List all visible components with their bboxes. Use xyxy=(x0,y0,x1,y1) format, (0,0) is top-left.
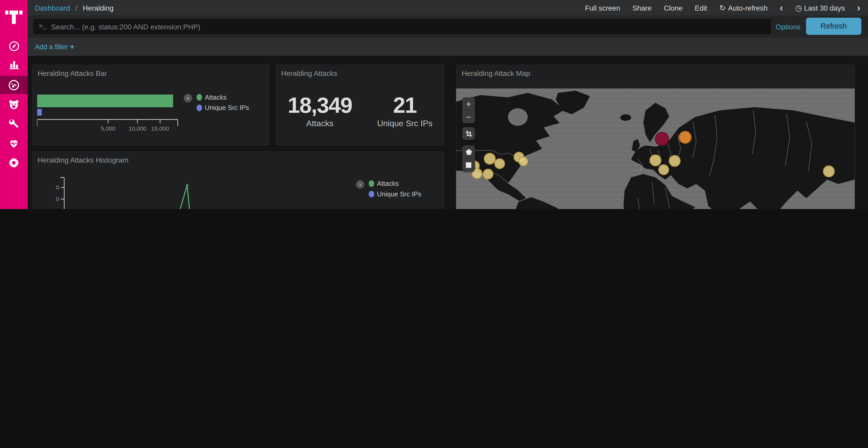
legend-item[interactable]: Unique Src IPs xyxy=(369,190,421,198)
attack-location-circle[interactable] xyxy=(659,165,669,174)
top-nav-bar: Dashboard / Heralding Full screen Share … xyxy=(28,0,868,15)
attacks-bar-legend: › AttacksUnique Src IPs xyxy=(184,94,249,114)
breadcrumb-dashboard-link[interactable]: Dashboard xyxy=(35,4,70,12)
attack-location-circle[interactable] xyxy=(650,155,661,166)
legend-label: Attacks xyxy=(205,94,226,101)
kibana-dashboard: ▶ Dashboard / Heralding Full screen Shar… xyxy=(0,0,868,209)
legend-color-dot xyxy=(196,94,202,101)
svg-text:5,000: 5,000 xyxy=(101,126,115,132)
bear-icon xyxy=(8,98,20,110)
attack-location-circle[interactable] xyxy=(669,156,680,167)
fit-data-bounds-button[interactable] xyxy=(462,127,475,140)
metric-label: Unique Src IPs xyxy=(377,118,432,128)
legend-toggle-icon[interactable]: › xyxy=(356,180,364,188)
breadcrumb-current: Heralding xyxy=(83,4,114,12)
query-bar: >_ Search... (e.g. status:200 AND extens… xyxy=(28,15,868,38)
app-sidebar: ▶ xyxy=(0,0,28,209)
t-mobile-logo xyxy=(0,4,28,28)
refresh-button[interactable]: Refresh xyxy=(806,18,861,35)
search-placeholder: Search... (e.g. status:200 AND extension… xyxy=(51,23,200,31)
panel-attacks-bar: Heralding Attacks Bar 5,00010,00015,000 … xyxy=(31,64,271,146)
legend-item[interactable]: Attacks xyxy=(196,94,249,101)
share-button[interactable]: Share xyxy=(632,4,652,12)
terminal-prompt-icon: >_ xyxy=(39,23,47,30)
auto-refresh-button[interactable]: ↻Auto-refresh xyxy=(719,3,768,12)
attack-location-circle[interactable] xyxy=(655,132,669,145)
legend-item[interactable]: Attacks xyxy=(369,180,421,187)
sidebar-item-dashboard[interactable] xyxy=(0,76,28,94)
svg-text:6,000: 6,000 xyxy=(56,196,59,202)
time-range-picker[interactable]: ◷Last 30 days xyxy=(795,3,845,12)
metric-unique-src-ips: 21 Unique Src IPs xyxy=(377,93,432,128)
draw-polygon-button[interactable] xyxy=(462,145,475,158)
breadcrumb-separator: / xyxy=(75,4,78,12)
map-fit-control xyxy=(462,127,475,140)
t-logo-icon xyxy=(4,7,23,26)
time-back-button[interactable]: ‹ xyxy=(780,3,783,12)
svg-text:15,000: 15,000 xyxy=(151,126,169,132)
legend-toggle-icon[interactable]: › xyxy=(184,94,192,102)
panel-title: Heralding Attacks Bar xyxy=(32,64,270,77)
map-draw-controls xyxy=(462,145,475,172)
legend-label: Unique Src IPs xyxy=(205,104,249,112)
metric-group: 18,349 Attacks 21 Unique Src IPs xyxy=(275,93,445,128)
attacks-histogram-legend: › AttacksUnique Src IPs xyxy=(356,180,421,201)
map-zoom-controls: + − xyxy=(462,97,475,123)
sidebar-item-monitoring[interactable] xyxy=(0,134,28,152)
zoom-in-button[interactable]: + xyxy=(462,97,475,110)
legend-label: Unique Src IPs xyxy=(377,190,421,198)
world-map[interactable]: + − xyxy=(456,89,855,209)
attacks-line-chart[interactable]: 02,0004,0006,0008,0002018-10-28 02:00201… xyxy=(56,165,366,209)
refresh-cycle-icon: ↻ xyxy=(719,3,726,12)
crop-icon xyxy=(465,130,472,137)
heartbeat-icon xyxy=(8,137,20,149)
plus-icon: + xyxy=(70,42,75,51)
wrench-icon xyxy=(8,118,20,129)
fullscreen-button[interactable]: Full screen xyxy=(585,4,620,12)
panel-title: Heralding Attacks xyxy=(275,64,445,77)
svg-text:10,000: 10,000 xyxy=(129,126,147,132)
metric-attacks: 18,349 Attacks xyxy=(288,93,352,128)
attack-location-circle[interactable] xyxy=(484,153,495,164)
sidebar-item-management[interactable] xyxy=(0,153,28,172)
attack-location-circle[interactable] xyxy=(519,157,528,166)
top-nav-menu: Full screen Share Clone Edit ↻Auto-refre… xyxy=(585,3,860,12)
legend-color-dot xyxy=(196,105,202,111)
attack-location-circle[interactable] xyxy=(483,169,493,179)
panel-attacks-histogram: Heralding Attacks Histogram 02,0004,0006… xyxy=(31,150,445,209)
panel-attack-map: Heralding Attack Map xyxy=(455,64,856,209)
sidebar-item-bear-app[interactable] xyxy=(0,95,28,113)
sidebar-item-discover[interactable] xyxy=(0,37,28,56)
polygon-icon xyxy=(465,148,472,155)
zoom-out-button[interactable]: − xyxy=(462,110,475,123)
search-input[interactable]: >_ Search... (e.g. status:200 AND extens… xyxy=(33,19,771,34)
legend-label: Attacks xyxy=(377,180,399,187)
clock-icon: ◷ xyxy=(795,3,802,12)
panel-title: Heralding Attack Map xyxy=(456,64,855,77)
panel-title: Heralding Attacks Histogram xyxy=(32,151,445,164)
metric-value: 18,349 xyxy=(288,93,352,118)
legend-color-dot xyxy=(369,180,374,187)
draw-rectangle-button[interactable] xyxy=(462,158,475,171)
sidebar-item-dev-tools[interactable] xyxy=(0,114,28,133)
metric-label: Attacks xyxy=(288,118,352,128)
panel-attacks-metric: Heralding Attacks 18,349 Attacks 21 Uniq… xyxy=(275,64,445,146)
world-map-svg xyxy=(456,89,855,209)
attacks-bar-chart[interactable]: 5,00010,00015,000 xyxy=(37,91,203,136)
legend-color-dot xyxy=(369,191,374,198)
edit-button[interactable]: Edit xyxy=(695,4,707,12)
attack-location-circle[interactable] xyxy=(679,131,691,143)
attack-location-circle[interactable] xyxy=(823,166,834,177)
bar-chart-icon xyxy=(8,59,20,70)
attack-location-circle[interactable] xyxy=(495,159,504,169)
legend-item[interactable]: Unique Src IPs xyxy=(196,104,249,112)
time-forward-button[interactable]: › xyxy=(857,3,860,12)
add-filter-link[interactable]: Add a filter + xyxy=(35,42,74,51)
sidebar-item-visualize[interactable] xyxy=(0,55,28,74)
gear-icon xyxy=(8,156,20,168)
breadcrumb: Dashboard / Heralding xyxy=(35,4,114,12)
query-options-link[interactable]: Options xyxy=(776,23,801,31)
clone-button[interactable]: Clone xyxy=(664,4,683,12)
svg-text:8,000: 8,000 xyxy=(56,184,59,191)
metric-value: 21 xyxy=(377,93,432,118)
